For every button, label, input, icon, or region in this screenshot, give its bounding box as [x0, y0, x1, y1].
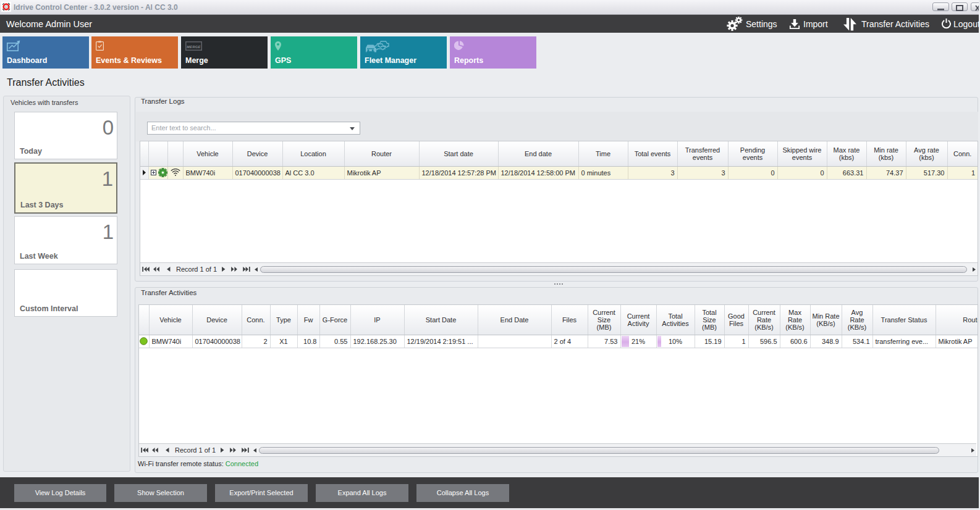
svg-text:MERGE: MERGE — [187, 45, 201, 49]
